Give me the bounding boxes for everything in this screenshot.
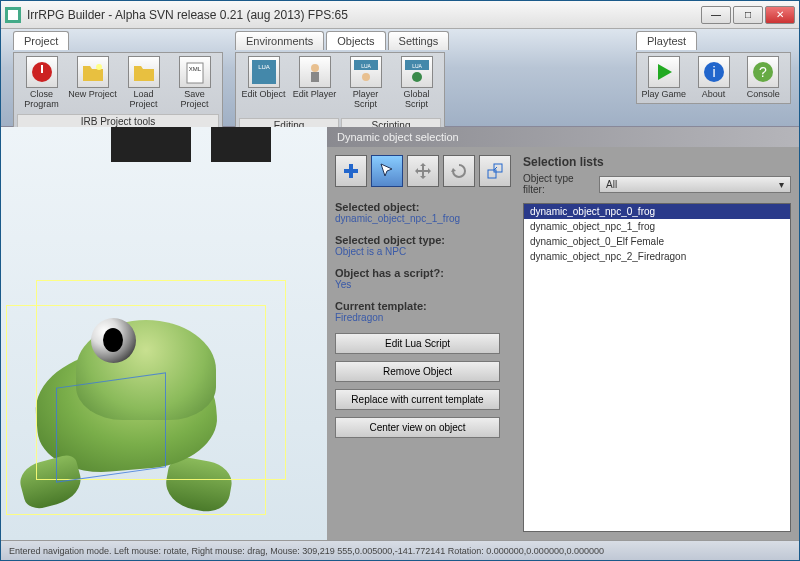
window-title: IrrRPG Builder - Alpha SVN release 0.21 …	[27, 8, 701, 22]
console-button[interactable]: ? Console	[739, 56, 787, 100]
list-item[interactable]: dynamic_object_0_Elf Female	[524, 234, 790, 249]
svg-text:XML: XML	[188, 66, 201, 72]
scale-icon	[486, 162, 504, 180]
save-project-button[interactable]: XML Save Project	[170, 56, 219, 110]
panel-project: Close Program New Project Load Project X…	[13, 52, 223, 133]
svg-rect-24	[494, 164, 502, 172]
lua-globe-icon: LUA	[405, 60, 429, 84]
xml-file-icon: XML	[183, 60, 207, 84]
svg-point-9	[311, 64, 319, 72]
rotate-icon	[450, 162, 468, 180]
folder-new-icon	[81, 60, 105, 84]
selection-lists-header: Selection lists	[523, 155, 791, 169]
list-item[interactable]: dynamic_object_npc_0_frog	[524, 204, 790, 219]
titlebar: IrrRPG Builder - Alpha SVN release 0.21 …	[1, 1, 799, 29]
rotate-object-button[interactable]	[443, 155, 475, 187]
plus-icon	[342, 162, 360, 180]
template-label: Current template:	[335, 300, 515, 312]
tab-settings[interactable]: Settings	[388, 31, 450, 50]
panel-playtest: Play Game i About ? Console	[636, 52, 791, 104]
lua-cube-icon: LUA	[252, 60, 276, 84]
main-area: Dynamic object selection Selected object…	[1, 127, 799, 540]
play-game-button[interactable]: Play Game	[640, 56, 688, 100]
selected-type-value: Object is a NPC	[335, 246, 515, 257]
replace-template-button[interactable]: Replace with current template	[335, 389, 500, 410]
has-script-label: Object has a script?:	[335, 267, 515, 279]
svg-text:LUA: LUA	[258, 64, 270, 70]
svg-rect-23	[488, 170, 496, 178]
play-icon	[652, 60, 676, 84]
load-project-button[interactable]: Load Project	[119, 56, 168, 110]
close-button[interactable]: ✕	[765, 6, 795, 24]
svg-point-4	[96, 64, 102, 70]
edit-object-button[interactable]: LUA Edit Object	[239, 56, 288, 110]
selected-type-label: Selected object type:	[335, 234, 515, 246]
minimize-button[interactable]: —	[701, 6, 731, 24]
side-panel: Dynamic object selection Selected object…	[327, 127, 799, 540]
panel-left-column: Selected object: dynamic_object_npc_1_fr…	[335, 155, 515, 532]
chevron-down-icon: ▾	[779, 179, 784, 190]
tab-playtest[interactable]: Playtest	[636, 31, 697, 50]
list-item[interactable]: dynamic_object_npc_1_frog	[524, 219, 790, 234]
selected-object-label: Selected object:	[335, 201, 515, 213]
tab-group-playtest: Playtest	[636, 31, 699, 50]
add-object-button[interactable]	[335, 155, 367, 187]
list-item[interactable]: dynamic_object_npc_2_Firedragon	[524, 249, 790, 264]
tab-group-project: Project	[13, 31, 71, 50]
viewport-3d[interactable]	[1, 127, 327, 540]
about-button[interactable]: i About	[690, 56, 738, 100]
svg-rect-10	[311, 72, 319, 82]
panel-right-column: Selection lists Object type filter: All …	[523, 155, 791, 532]
info-icon: i	[702, 60, 726, 84]
center-view-button[interactable]: Center view on object	[335, 417, 500, 438]
svg-point-16	[412, 72, 422, 82]
edit-player-button[interactable]: Edit Player	[290, 56, 339, 110]
scene	[1, 127, 327, 540]
svg-text:?: ?	[759, 64, 767, 80]
object-list[interactable]: dynamic_object_npc_0_frogdynamic_object_…	[523, 203, 791, 532]
statusbar: Entered navigation mode. Left mouse: rot…	[1, 540, 799, 560]
status-text: Entered navigation mode. Left mouse: rot…	[9, 546, 604, 556]
remove-object-button[interactable]: Remove Object	[335, 361, 500, 382]
has-script-value: Yes	[335, 279, 515, 290]
filter-label: Object type filter:	[523, 173, 593, 195]
app-window: IrrRPG Builder - Alpha SVN release 0.21 …	[0, 0, 800, 561]
scale-object-button[interactable]	[479, 155, 511, 187]
selection-gizmo	[56, 372, 166, 482]
svg-text:LUA: LUA	[412, 63, 422, 69]
dark-object-1	[111, 127, 191, 162]
svg-rect-22	[344, 169, 358, 173]
select-object-button[interactable]	[371, 155, 403, 187]
player-icon	[303, 60, 327, 84]
svg-point-13	[362, 73, 370, 81]
tab-project[interactable]: Project	[13, 31, 69, 50]
cursor-icon	[378, 162, 396, 180]
panel-objects: LUA Edit Object Edit Player LUA Player S…	[235, 52, 445, 137]
question-icon: ?	[751, 60, 775, 84]
selected-object-value: dynamic_object_npc_1_frog	[335, 213, 515, 224]
power-icon	[30, 60, 54, 84]
move-icon	[414, 162, 432, 180]
app-icon	[5, 7, 21, 23]
dark-object-2	[211, 127, 271, 162]
toolbar-area: Project Close Program New Project Load P…	[1, 29, 799, 127]
svg-text:i: i	[712, 64, 715, 80]
svg-rect-1	[8, 10, 18, 20]
filter-value: All	[606, 179, 617, 190]
filter-select[interactable]: All ▾	[599, 176, 791, 193]
tab-objects[interactable]: Objects	[326, 31, 385, 50]
svg-text:LUA: LUA	[361, 63, 371, 69]
global-script-button[interactable]: LUA Global Script	[392, 56, 441, 110]
panel-title: Dynamic object selection	[327, 127, 799, 147]
tab-environments[interactable]: Environments	[235, 31, 324, 50]
folder-open-icon	[132, 60, 156, 84]
edit-lua-script-button[interactable]: Edit Lua Script	[335, 333, 500, 354]
svg-rect-3	[41, 65, 43, 73]
close-program-button[interactable]: Close Program	[17, 56, 66, 110]
player-script-button[interactable]: LUA Player Script	[341, 56, 390, 110]
new-project-button[interactable]: New Project	[68, 56, 117, 110]
tab-group-editor: Environments Objects Settings	[235, 31, 451, 50]
template-value: Firedragon	[335, 312, 515, 323]
maximize-button[interactable]: □	[733, 6, 763, 24]
move-object-button[interactable]	[407, 155, 439, 187]
